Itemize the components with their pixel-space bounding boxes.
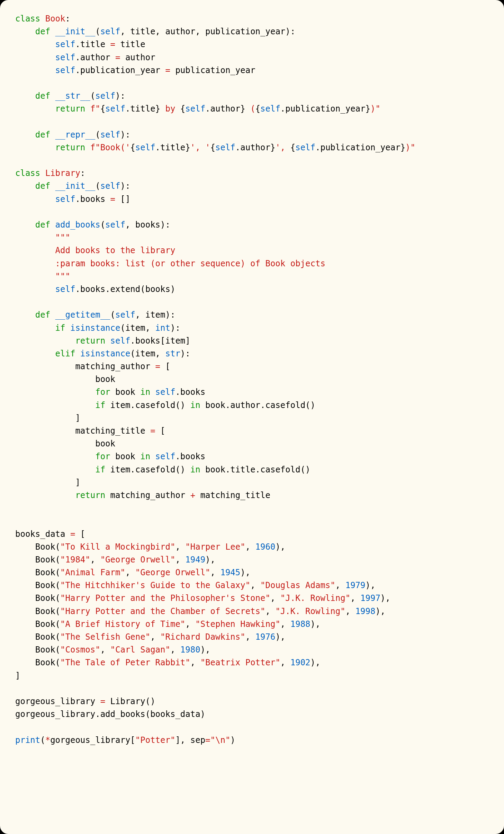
token-str: "Cosmos" [60, 645, 100, 655]
token-plain: { [100, 104, 105, 114]
token-plain: book [15, 439, 115, 449]
token-op: + [190, 490, 195, 500]
token-plain: book [110, 387, 141, 397]
token-kw: in [190, 400, 200, 410]
code-line: Book("Harry Potter and the Philosopher's… [15, 593, 390, 603]
token-plain: title [115, 39, 145, 49]
token-plain: ), [380, 593, 390, 603]
token-plain [65, 323, 70, 333]
code-block: class Book: def __init__(self, title, au… [0, 0, 504, 834]
python-source[interactable]: class Book: def __init__(self, title, au… [15, 12, 489, 747]
token-str: Add books to the library [55, 246, 176, 255]
token-str: "The Tale of Peter Rabbit" [60, 658, 190, 667]
token-str: "Carl Sagan" [110, 645, 170, 655]
code-line: def add_books(self, books): [15, 220, 170, 230]
token-str: by [165, 104, 176, 114]
token-num: 1945 [220, 568, 240, 577]
token-plain: .books [175, 387, 205, 397]
token-str: "The Hitchhiker's Guide to the Galaxy" [60, 580, 250, 590]
token-plain: .books [175, 452, 205, 461]
token-op: = [110, 194, 115, 204]
token-plain: [ [160, 362, 170, 371]
token-plain: book [110, 452, 141, 461]
token-str: "George Orwell" [100, 555, 176, 565]
token-self: self [100, 27, 120, 36]
code-line: def __getitem__(self, item): [15, 310, 175, 320]
token-kw: return [75, 490, 105, 500]
token-plain: ): [170, 323, 180, 333]
token-self: self [95, 91, 115, 101]
token-plain: , item): [135, 310, 176, 320]
token-dunder: __getitem__ [55, 310, 110, 320]
token-plain: .books[item] [130, 336, 190, 346]
token-plain [15, 400, 95, 410]
token-plain: , [250, 580, 260, 590]
token-plain [15, 349, 55, 358]
token-plain [15, 310, 35, 320]
token-plain: Book( [15, 606, 60, 616]
token-str: f"Book(' [90, 143, 130, 152]
token-plain: Book( [15, 568, 60, 577]
code-line: Book("Harry Potter and the Chamber of Se… [15, 606, 385, 616]
token-plain: ), [240, 568, 250, 577]
token-self: self [105, 220, 125, 230]
token-plain: , books): [125, 220, 170, 230]
token-plain: : [80, 168, 85, 178]
token-self: self [55, 53, 75, 62]
token-str: :param books: list (or other sequence) o… [55, 259, 325, 268]
token-str: "A Brief History of Time" [60, 619, 185, 629]
token-plain [85, 104, 90, 114]
token-plain: ): [115, 91, 125, 101]
code-line: for book in self.books [15, 452, 205, 461]
code-line: Book("A Brief History of Time", "Stephen… [15, 619, 320, 629]
code-line: gorgeous_library.add_books(books_data) [15, 709, 205, 719]
token-str: ', [275, 143, 290, 152]
code-line: self.books = [] [15, 194, 130, 204]
token-self: self [185, 104, 205, 114]
token-plain [105, 336, 110, 346]
code-line: Book("The Selfish Gene", "Richard Dawkin… [15, 632, 285, 642]
code-line: book [15, 439, 115, 449]
token-cls: Library [45, 168, 80, 178]
token-plain: Book( [15, 632, 60, 642]
code-line: Book("The Tale of Peter Rabbit", "Beatri… [15, 658, 320, 667]
code-line: book [15, 374, 115, 384]
token-plain [50, 91, 55, 101]
code-line: """ [15, 233, 70, 242]
token-str: "Richard Dawkins" [160, 632, 245, 642]
token-num: 1988 [290, 619, 310, 629]
code-line: ] [15, 478, 80, 487]
token-plain: ), [205, 555, 215, 565]
token-plain: matching_author [15, 362, 155, 371]
token-str: "J.K. Rowling" [280, 593, 350, 603]
token-plain: , [100, 645, 110, 655]
token-plain [15, 452, 95, 461]
token-kw: def [35, 220, 50, 230]
code-line: def __init__(self, title, author, public… [15, 27, 295, 36]
token-plain [15, 53, 55, 62]
token-op: = [115, 53, 120, 62]
token-self: self [100, 181, 120, 191]
token-plain: book.author.casefold() [200, 400, 315, 410]
token-plain: .publication_year [75, 65, 165, 75]
code-line: def __str__(self): [15, 91, 125, 101]
code-line: Book("Cosmos", "Carl Sagan", 1980), [15, 645, 210, 655]
code-line: ] [15, 671, 20, 681]
token-kw: in [140, 387, 150, 397]
token-str: )" [370, 104, 380, 114]
token-str: "Douglas Adams" [260, 580, 335, 590]
token-kw: def [35, 310, 50, 320]
token-str: "1984" [60, 555, 90, 565]
token-plain [15, 194, 55, 204]
token-kw: if [55, 323, 65, 333]
token-plain [15, 27, 35, 36]
token-op: = [165, 65, 170, 75]
code-line: def __init__(self): [15, 181, 130, 191]
token-kw: def [35, 181, 50, 191]
token-plain [40, 168, 45, 178]
token-plain: ] [15, 478, 80, 487]
code-line: :param books: list (or other sequence) o… [15, 259, 325, 268]
token-plain: ) [230, 735, 235, 745]
token-plain: ] [15, 671, 20, 681]
token-plain: ), [275, 542, 285, 552]
